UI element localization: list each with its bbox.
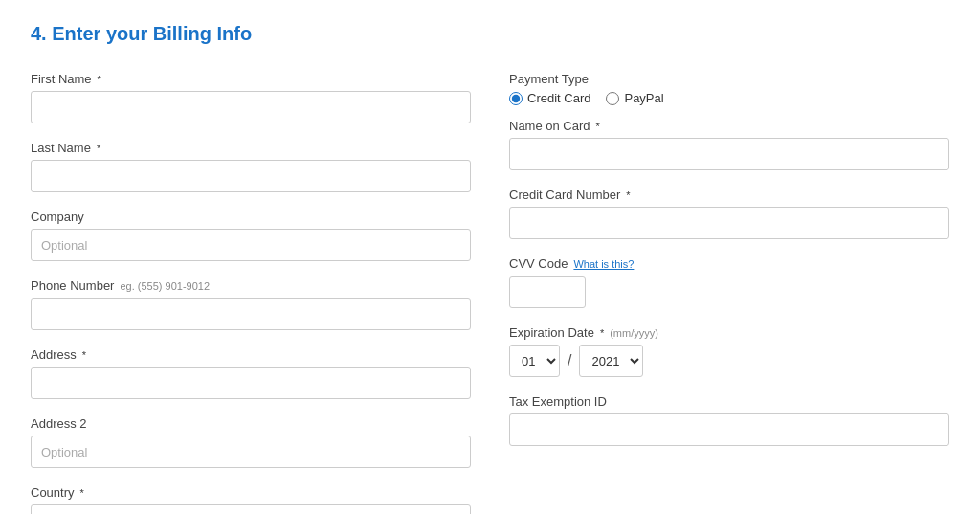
payment-type-group: Payment Type Credit Card PayPal: [509, 72, 949, 105]
expiration-separator: /: [568, 352, 571, 369]
name-on-card-input[interactable]: [509, 138, 949, 170]
credit-card-number-group: Credit Card Number *: [509, 188, 949, 239]
country-group: Country *: [31, 485, 471, 514]
cvv-code-group: CVV Code What is this?: [509, 257, 949, 308]
address-input[interactable]: [31, 367, 471, 399]
phone-number-input[interactable]: [31, 298, 471, 330]
name-on-card-label: Name on Card *: [509, 119, 949, 133]
expiration-selects: 01020304 05060708 09101112 / 20212022202…: [509, 345, 949, 377]
first-name-label: First Name *: [31, 72, 471, 86]
name-on-card-group: Name on Card *: [509, 119, 949, 170]
first-name-group: First Name *: [31, 72, 471, 123]
address2-group: Address 2: [31, 416, 471, 468]
credit-card-number-input[interactable]: [509, 207, 949, 239]
left-column: First Name * Last Name * Company: [31, 72, 471, 514]
last-name-group: Last Name *: [31, 141, 471, 192]
paypal-radio[interactable]: [606, 92, 619, 105]
country-label: Country *: [31, 485, 471, 500]
expiration-date-label: Expiration Date * (mm/yyyy): [509, 325, 949, 340]
address2-input[interactable]: [31, 436, 471, 468]
country-input[interactable]: [31, 504, 471, 514]
credit-card-option[interactable]: Credit Card: [509, 91, 590, 105]
tax-exemption-label: Tax Exemption ID: [509, 394, 949, 409]
address-group: Address *: [31, 347, 471, 399]
payment-type-options: Credit Card PayPal: [509, 91, 949, 105]
company-label: Company: [31, 210, 471, 224]
expiration-date-group: Expiration Date * (mm/yyyy) 01020304 050…: [509, 325, 949, 377]
cvv-code-input[interactable]: [509, 276, 586, 308]
page-title: 4. Enter your Billing Info: [31, 23, 949, 45]
credit-card-radio[interactable]: [509, 92, 523, 105]
billing-form-container: 4. Enter your Billing Info First Name * …: [0, 0, 980, 514]
right-column: Payment Type Credit Card PayPal Name on …: [509, 72, 949, 514]
cvv-what-is-this[interactable]: What is this?: [573, 258, 634, 270]
company-input[interactable]: [31, 229, 471, 261]
expiration-year-select[interactable]: 2021202220232024 2025202620272028 202920…: [579, 345, 643, 377]
address2-label: Address 2: [31, 416, 471, 431]
credit-card-number-label: Credit Card Number *: [509, 188, 949, 202]
credit-card-label: Credit Card: [527, 91, 590, 105]
last-name-label: Last Name *: [31, 141, 471, 155]
phone-number-group: Phone Number eg. (555) 901-9012: [31, 279, 471, 330]
payment-type-label: Payment Type: [509, 72, 949, 86]
paypal-label: PayPal: [624, 91, 663, 105]
first-name-input[interactable]: [31, 91, 471, 123]
expiration-month-select[interactable]: 01020304 05060708 09101112: [509, 345, 560, 377]
tax-exemption-input[interactable]: [509, 413, 949, 446]
company-group: Company: [31, 210, 471, 261]
phone-number-label: Phone Number eg. (555) 901-9012: [31, 279, 471, 293]
tax-exemption-group: Tax Exemption ID: [509, 394, 949, 446]
cvv-code-label: CVV Code What is this?: [509, 257, 949, 271]
form-layout: First Name * Last Name * Company: [31, 72, 949, 514]
address-label: Address *: [31, 347, 471, 362]
paypal-option[interactable]: PayPal: [606, 91, 663, 105]
last-name-input[interactable]: [31, 160, 471, 192]
